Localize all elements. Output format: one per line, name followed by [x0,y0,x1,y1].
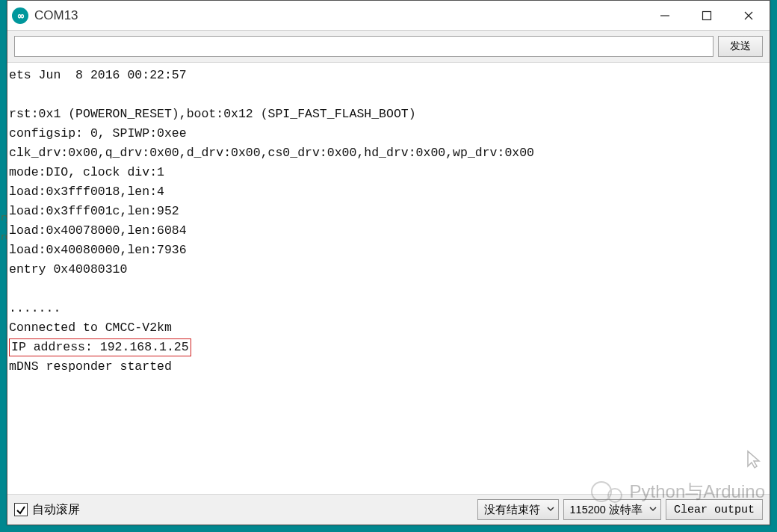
svg-rect-1 [703,11,711,19]
output-line: entry 0x40080310 [9,260,768,279]
serial-output[interactable]: ets Jun 8 2016 00:22:57 rst:0x1 (POWERON… [7,63,770,495]
output-line: ets Jun 8 2016 00:22:57 [9,66,768,85]
output-line-highlighted: IP address: 192.168.1.25 [9,338,768,357]
autoscroll-checkbox[interactable]: 自动滚屏 [14,502,80,518]
clear-output-button[interactable]: Clear output [666,499,763,520]
close-button[interactable] [728,1,770,31]
line-ending-label: 没有结束符 [484,503,540,517]
arduino-icon: ∞ [12,7,28,24]
autoscroll-label: 自动滚屏 [32,502,80,518]
output-line: configsip: 0, SPIWP:0xee [9,124,768,143]
output-line: mDNS responder started [9,357,768,377]
output-line [9,85,768,105]
ip-address-highlight: IP address: 192.168.1.25 [9,338,191,356]
output-line: rst:0x1 (POWERON_RESET),boot:0x12 (SPI_F… [9,105,768,124]
output-line [9,279,768,299]
window-title: COM13 [34,8,78,23]
output-line: ....... [9,299,768,318]
serial-monitor-window: ∞ COM13 发送 ets Jun 8 2016 00:22:57 rst:0… [7,0,770,525]
output-line: mode:DIO, clock div:1 [9,163,768,182]
send-button[interactable]: 发送 [718,36,763,57]
output-line: load:0x3fff001c,len:952 [9,202,768,221]
baud-rate-dropdown[interactable]: 115200 波特率 [563,499,661,520]
baud-rate-label: 115200 波特率 [570,503,643,517]
titlebar: ∞ COM13 [7,1,770,31]
output-line: Connected to CMCC-V2km [9,318,768,338]
chevron-down-icon [648,504,657,516]
line-ending-dropdown[interactable]: 没有结束符 [477,499,559,520]
output-line: clk_drv:0x00,q_drv:0x00,d_drv:0x00,cs0_d… [9,143,768,163]
footer: 自动滚屏 没有结束符 115200 波特率 Clear output [7,495,770,525]
output-line: load:0x3fff0018,len:4 [9,182,768,202]
checkbox-icon [14,503,28,516]
chevron-down-icon [546,504,555,516]
output-line: load:0x40078000,len:6084 [9,221,768,241]
output-line: load:0x40080000,len:7936 [9,241,768,260]
minimize-button[interactable] [644,1,686,31]
serial-input[interactable] [14,36,713,57]
input-row: 发送 [7,31,770,63]
maximize-button[interactable] [686,1,728,31]
